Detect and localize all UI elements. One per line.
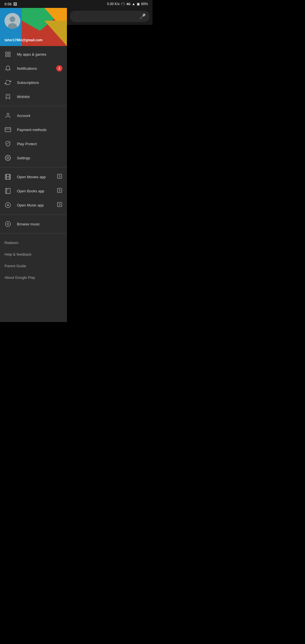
open-movies-arrow <box>57 173 62 180</box>
play-protect-label: Play Protect <box>17 142 62 146</box>
my-apps-label: My apps & games <box>17 52 62 56</box>
menu-item-notifications[interactable]: Notifications 2 <box>0 61 67 75</box>
svg-marker-18 <box>6 142 9 144</box>
menu-item-my-apps[interactable]: My apps & games <box>0 47 67 61</box>
menu-item-account[interactable]: Account <box>0 108 67 123</box>
menu-item-subscriptions[interactable]: Subscriptions <box>0 75 67 90</box>
notifications-badge: 2 <box>56 65 62 71</box>
status-time: 6:56 <box>5 2 12 6</box>
footer-items: Redeem Help & feedback Parent Guide Abou… <box>0 235 67 286</box>
divider-2 <box>0 167 67 167</box>
menu-item-browse-music[interactable]: Browse music <box>0 217 67 231</box>
payment-label: Payment methods <box>17 128 62 132</box>
svg-point-35 <box>5 221 10 227</box>
divider-4 <box>0 233 67 234</box>
navigation-drawer: taher1786n@gmail.com My apps & games Not… <box>0 8 67 322</box>
svg-rect-12 <box>6 55 7 56</box>
menu-item-play-protect[interactable]: Play Protect <box>0 137 67 151</box>
svg-rect-29 <box>6 188 10 193</box>
open-books-label: Open Books app <box>17 189 57 193</box>
drawer-header: taher1786n@gmail.com <box>0 8 67 46</box>
battery-percent: 80% <box>141 2 148 6</box>
open-movies-label: Open Movies app <box>17 175 57 179</box>
menu-item-open-music[interactable]: Open Music app <box>0 198 67 212</box>
grid-icon <box>5 51 11 58</box>
vibrate-icon: 📳 <box>121 2 125 6</box>
menu-item-open-books[interactable]: Open Books app <box>0 184 67 198</box>
svg-rect-13 <box>8 55 10 56</box>
sim-icon: ▣ <box>137 2 140 6</box>
books-icon <box>5 188 11 194</box>
menu-section-3: Open Movies app Open Books app Open Musi… <box>0 169 67 213</box>
footer-item-parent-guide[interactable]: Parent Guide <box>0 260 67 272</box>
browse-music-icon <box>5 221 11 227</box>
account-label: Account <box>17 114 62 118</box>
menu-section-4: Browse music <box>0 216 67 232</box>
svg-point-19 <box>7 157 9 159</box>
svg-rect-10 <box>6 52 7 54</box>
person-icon <box>5 112 11 119</box>
settings-label: Settings <box>17 156 62 160</box>
menu-item-settings[interactable]: Settings <box>0 151 67 165</box>
mic-icon[interactable]: 🎤 <box>140 13 146 19</box>
svg-rect-34 <box>58 203 62 207</box>
footer-item-about[interactable]: About Google Play <box>0 272 67 283</box>
search-area: 🎤 <box>67 8 152 25</box>
photo-icon: 🖼 <box>13 2 17 6</box>
svg-point-32 <box>5 203 10 208</box>
music-circle-icon <box>5 202 11 208</box>
card-icon <box>5 126 11 133</box>
footer-item-redeem[interactable]: Redeem <box>0 237 67 249</box>
svg-rect-28 <box>58 174 62 179</box>
footer-item-help[interactable]: Help & feedback <box>0 249 67 260</box>
film-icon <box>5 173 11 180</box>
shield-icon <box>5 140 11 147</box>
svg-rect-11 <box>8 52 10 54</box>
browse-music-label: Browse music <box>17 222 62 226</box>
menu-section-1: My apps & games Notifications 2 Subscrip… <box>0 46 67 105</box>
svg-rect-31 <box>58 188 62 193</box>
signal-icon: ▲ <box>132 2 135 6</box>
status-bar: 6:56 🖼 0.00 K/s 📳 4G ▲ ▣ 80% <box>0 0 152 8</box>
gear-icon <box>5 155 11 161</box>
network-speed: 0.00 K/s <box>107 2 119 6</box>
bell-icon <box>5 65 11 72</box>
subscriptions-label: Subscriptions <box>17 80 62 85</box>
user-email: taher1786n@gmail.com <box>5 38 42 42</box>
menu-section-2: Account Payment methods Play Protect Set… <box>0 107 67 166</box>
wishlist-label: Wishlist <box>17 95 62 99</box>
open-music-label: Open Music app <box>17 203 57 207</box>
avatar <box>5 13 20 29</box>
menu-item-open-movies[interactable]: Open Movies app <box>0 170 67 184</box>
open-music-arrow <box>57 202 62 208</box>
svg-point-33 <box>7 204 9 206</box>
notifications-label: Notifications <box>17 66 56 71</box>
bookmark-icon <box>5 93 11 100</box>
open-books-arrow <box>57 188 62 194</box>
svg-point-15 <box>7 113 9 115</box>
menu-item-wishlist[interactable]: Wishlist <box>0 90 67 104</box>
svg-point-8 <box>10 16 15 22</box>
search-bar[interactable]: 🎤 <box>70 11 150 22</box>
refresh-icon <box>5 79 11 86</box>
menu-item-payment[interactable]: Payment methods <box>0 123 67 137</box>
svg-rect-16 <box>5 128 11 132</box>
4g-icon: 4G <box>126 2 130 6</box>
svg-point-36 <box>7 223 9 225</box>
divider-3 <box>0 214 67 215</box>
divider-1 <box>0 106 67 106</box>
overlay[interactable] <box>67 25 152 322</box>
